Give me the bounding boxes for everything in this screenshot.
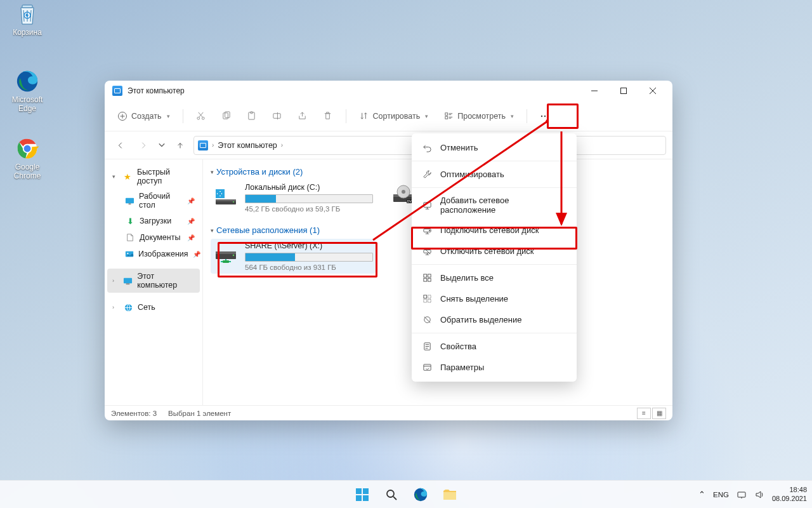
pin-icon: 📌 <box>187 197 195 204</box>
menu-select-all[interactable]: Выделить все <box>412 267 577 288</box>
sort-button[interactable]: Сортировать▾ <box>354 107 434 125</box>
more-icon <box>540 111 550 121</box>
menu-unmap-drive[interactable]: Отключить сетевой диск <box>412 241 577 262</box>
sidebar-pictures[interactable]: Изображения📌 <box>107 246 200 262</box>
paste-button[interactable] <box>242 107 262 125</box>
details-view-button[interactable]: ≡ <box>637 408 651 419</box>
chrome-icon <box>15 136 40 161</box>
svg-rect-7 <box>621 88 627 94</box>
menu-map-drive[interactable]: Подключить сетевой диск <box>412 220 577 241</box>
svg-rect-66 <box>428 274 431 277</box>
svg-rect-69 <box>424 295 427 298</box>
pin-icon: 📌 <box>193 251 200 258</box>
tray-volume-icon[interactable] <box>754 490 764 500</box>
titlebar[interactable]: Этот компьютер <box>105 81 672 101</box>
status-item-count: Элементов: 3 <box>111 410 157 417</box>
svg-rect-68 <box>428 278 431 281</box>
options-icon <box>422 362 433 373</box>
this-pc-icon <box>123 276 133 286</box>
drive-free-space: 45,2 ГБ свободно из 59,3 ГБ <box>245 205 373 213</box>
menu-invert-selection[interactable]: Обратить выделение <box>412 309 577 330</box>
drive-name: Локальный диск (C:) <box>245 183 373 192</box>
sidebar-network[interactable]: ›Сеть <box>107 299 200 316</box>
taskbar-explorer[interactable] <box>437 482 462 507</box>
invert-selection-icon <box>422 314 433 325</box>
forward-button[interactable] <box>134 136 153 155</box>
tray-overflow[interactable]: ⌃ <box>698 490 705 499</box>
taskbar-edge[interactable] <box>408 482 433 507</box>
paste-icon <box>247 111 257 121</box>
svg-rect-83 <box>356 495 362 501</box>
drive-local-c[interactable]: Локальный диск (C:) 45,2 ГБ свободно из … <box>211 180 376 215</box>
recent-dropdown[interactable] <box>157 136 167 155</box>
share-button[interactable] <box>292 107 313 125</box>
svg-rect-58 <box>424 202 431 207</box>
svg-rect-82 <box>363 488 369 494</box>
menu-undo[interactable]: Отменить <box>412 137 577 158</box>
explorer-window: Этот компьютер Создать▾ Сортировать▾ Про… <box>105 81 672 420</box>
view-icon <box>443 111 454 121</box>
picture-icon <box>125 249 134 259</box>
svg-rect-88 <box>738 492 745 497</box>
sidebar-desktop[interactable]: Рабочий стол📌 <box>107 189 200 213</box>
svg-point-85 <box>387 490 394 497</box>
desktop-icon-chrome[interactable]: Google Chrome <box>4 136 51 181</box>
maximize-button[interactable] <box>609 81 638 101</box>
drive-network-share[interactable]: SHARE (\\Server) (X:) 564 ГБ свободно из… <box>211 239 376 274</box>
rename-button[interactable] <box>267 107 287 125</box>
minimize-button[interactable] <box>580 81 609 101</box>
cut-button[interactable] <box>191 107 211 125</box>
breadcrumb-segment[interactable]: Этот компьютер <box>218 141 277 150</box>
this-pc-icon <box>112 86 122 96</box>
copy-button[interactable] <box>216 107 237 125</box>
drive-usage-bar <box>245 253 373 262</box>
tray-language[interactable]: ENG <box>713 491 729 498</box>
menu-add-net-location[interactable]: Добавить сетевое расположение <box>412 190 577 220</box>
menu-optimize[interactable]: Оптимизировать <box>412 164 577 185</box>
share-icon <box>298 111 308 121</box>
rename-icon <box>272 111 282 121</box>
navigation-pane: ▾★Быстрый доступ Рабочий стол📌 ⬇Загрузки… <box>105 159 203 405</box>
navigation-bar: › Этот компьютер › <box>105 131 672 159</box>
copy-icon <box>221 111 232 121</box>
delete-button[interactable] <box>318 107 338 125</box>
status-bar: Элементов: 3 Выбран 1 элемент ≡ ▦ <box>105 405 672 420</box>
svg-point-14 <box>202 117 204 119</box>
edge-icon <box>15 69 40 94</box>
search-button[interactable] <box>379 482 404 507</box>
trash-icon <box>323 111 333 121</box>
star-icon: ★ <box>123 171 133 182</box>
menu-select-none[interactable]: Снять выделение <box>412 288 577 309</box>
desktop-icon-recycle-bin[interactable]: Корзина <box>4 1 51 37</box>
sidebar-this-pc[interactable]: ›Этот компьютер <box>107 269 200 293</box>
back-button[interactable] <box>111 136 130 155</box>
tray-clock[interactable]: 18:48 08.09.2021 <box>772 486 807 502</box>
local-disk-icon <box>213 183 239 208</box>
drive-name: SHARE (\\Server) (X:) <box>245 241 373 250</box>
close-button[interactable] <box>638 81 667 101</box>
svg-rect-41 <box>216 189 219 193</box>
svg-point-47 <box>233 201 234 203</box>
up-button[interactable] <box>171 136 190 155</box>
drive-usage-bar <box>245 194 373 203</box>
menu-options[interactable]: Параметры <box>412 357 577 378</box>
menu-properties[interactable]: Свойства <box>412 336 577 357</box>
new-button[interactable]: Создать▾ <box>112 107 175 125</box>
sidebar-quick-access[interactable]: ▾★Быстрый доступ <box>107 164 200 189</box>
view-button[interactable]: Просмотреть▾ <box>438 107 519 125</box>
start-button[interactable] <box>350 482 375 507</box>
map-drive-icon <box>422 225 433 236</box>
window-title: Этот компьютер <box>128 86 185 95</box>
large-icons-view-button[interactable]: ▦ <box>652 408 666 419</box>
cut-icon <box>196 111 206 121</box>
tray-network-icon[interactable] <box>737 490 747 500</box>
sidebar-documents[interactable]: Документы📌 <box>107 229 200 246</box>
network-icon <box>422 200 433 211</box>
sidebar-downloads[interactable]: ⬇Загрузки📌 <box>107 213 200 229</box>
desktop-icon-edge[interactable]: Microsoft Edge <box>4 69 51 114</box>
taskbar[interactable]: ⌃ ENG 18:48 08.09.2021 <box>0 480 812 508</box>
svg-rect-42 <box>221 189 225 193</box>
pin-icon: 📌 <box>187 234 195 241</box>
plus-circle-icon <box>117 111 128 121</box>
more-button[interactable] <box>535 107 555 125</box>
